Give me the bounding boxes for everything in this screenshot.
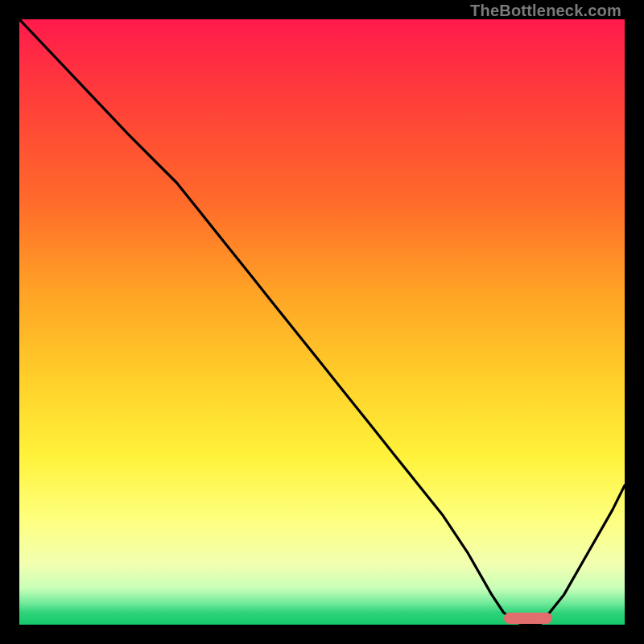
heat-gradient [19, 19, 625, 625]
plot-area [19, 19, 625, 625]
watermark-label: TheBottleneck.com [470, 2, 621, 20]
chart-canvas: TheBottleneck.com [0, 0, 644, 644]
optimal-range-marker [504, 613, 552, 624]
